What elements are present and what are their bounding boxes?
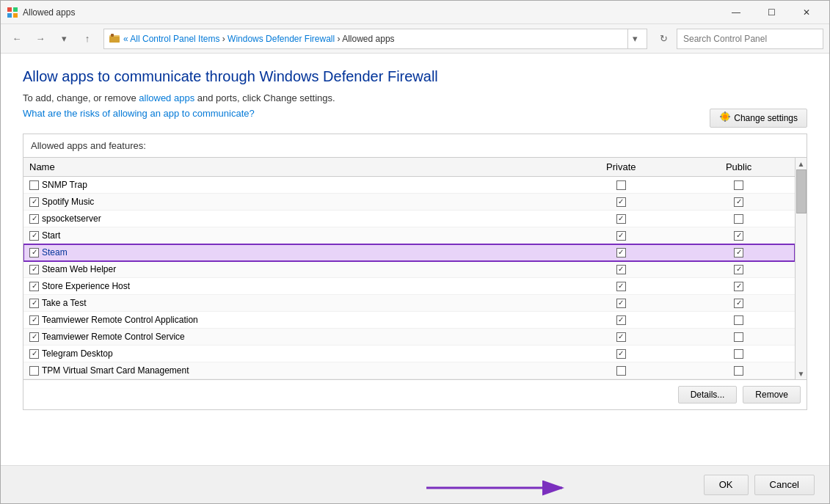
table-header-label: Allowed apps and features: bbox=[23, 134, 807, 158]
app-checkbox[interactable] bbox=[29, 282, 39, 291]
public-checkbox[interactable] bbox=[734, 265, 743, 274]
app-name: SNMP Trap bbox=[42, 180, 87, 190]
app-name: Steam bbox=[42, 247, 68, 258]
apps-table: Name Private Public SNMP TrapSpotify Mus… bbox=[23, 158, 795, 379]
public-checkbox[interactable] bbox=[734, 299, 743, 308]
public-checkbox[interactable] bbox=[734, 366, 743, 376]
app-checkbox[interactable] bbox=[29, 197, 39, 207]
breadcrumb-firewall[interactable]: Windows Defender Firewall bbox=[227, 34, 335, 44]
app-checkbox[interactable] bbox=[29, 180, 39, 190]
recent-button[interactable]: ▾ bbox=[54, 29, 74, 49]
breadcrumb-allowed-apps: Allowed apps bbox=[342, 34, 394, 44]
private-checkbox[interactable] bbox=[616, 366, 626, 376]
apps-table-container: Allowed apps and features: Name Private … bbox=[23, 134, 807, 410]
table-buttons: Details... Remove bbox=[23, 379, 807, 409]
up-button[interactable]: ↑ bbox=[77, 29, 98, 49]
col-public: Public bbox=[682, 158, 795, 177]
private-checkbox[interactable] bbox=[616, 349, 626, 359]
public-checkbox[interactable] bbox=[734, 231, 743, 241]
close-button[interactable]: ✕ bbox=[790, 1, 823, 24]
app-name: Spotify Music bbox=[42, 197, 94, 207]
address-icon bbox=[109, 33, 120, 45]
public-checkbox[interactable] bbox=[734, 214, 743, 224]
public-checkbox[interactable] bbox=[734, 282, 743, 291]
table-row[interactable]: Telegram Desktop bbox=[23, 346, 795, 362]
app-checkbox[interactable] bbox=[29, 349, 39, 359]
back-button[interactable]: ← bbox=[7, 29, 27, 49]
col-name: Name bbox=[23, 158, 559, 177]
private-checkbox[interactable] bbox=[616, 231, 626, 241]
public-checkbox[interactable] bbox=[734, 248, 743, 258]
app-name: Teamviewer Remote Control Application bbox=[42, 315, 198, 325]
private-checkbox[interactable] bbox=[616, 214, 626, 224]
svg-rect-0 bbox=[7, 7, 12, 12]
content-area: Allow apps to communicate through Window… bbox=[1, 54, 829, 465]
scrollbar-thumb[interactable] bbox=[796, 169, 807, 213]
public-checkbox[interactable] bbox=[734, 349, 743, 359]
change-settings-button[interactable]: Change settings bbox=[710, 109, 807, 128]
table-row[interactable]: Teamviewer Remote Control Service bbox=[23, 329, 795, 346]
remove-button[interactable]: Remove bbox=[743, 386, 801, 403]
change-settings-label: Change settings bbox=[734, 113, 798, 123]
allowed-apps-link[interactable]: allowed apps bbox=[139, 92, 194, 103]
maximize-button[interactable]: ☐ bbox=[754, 1, 788, 24]
app-checkbox[interactable] bbox=[29, 214, 39, 224]
app-name: Teamviewer Remote Control Service bbox=[42, 332, 185, 342]
search-input[interactable] bbox=[677, 29, 823, 49]
app-checkbox[interactable] bbox=[29, 248, 39, 258]
table-wrapper: Name Private Public SNMP TrapSpotify Mus… bbox=[23, 158, 807, 379]
risks-info-link[interactable]: What are the risks of allowing an app to… bbox=[23, 108, 255, 119]
public-checkbox[interactable] bbox=[734, 197, 743, 207]
app-checkbox[interactable] bbox=[29, 332, 39, 342]
public-checkbox[interactable] bbox=[734, 180, 743, 190]
app-checkbox[interactable] bbox=[29, 315, 39, 325]
table-row[interactable]: Take a Test bbox=[23, 295, 795, 312]
public-checkbox[interactable] bbox=[734, 332, 743, 342]
scrollbar[interactable]: ▲ ▼ bbox=[795, 158, 807, 379]
table-row[interactable]: Store Experience Host bbox=[23, 278, 795, 295]
table-row[interactable]: TPM Virtual Smart Card Management bbox=[23, 362, 795, 379]
private-checkbox[interactable] bbox=[616, 248, 626, 258]
app-checkbox[interactable] bbox=[29, 366, 39, 376]
app-checkbox[interactable] bbox=[29, 299, 39, 308]
col-private: Private bbox=[559, 158, 682, 177]
details-button[interactable]: Details... bbox=[678, 386, 738, 403]
app-name: Take a Test bbox=[42, 298, 86, 308]
svg-rect-5 bbox=[109, 37, 120, 43]
arrow-annotation bbox=[426, 475, 573, 501]
svg-rect-10 bbox=[724, 120, 726, 122]
app-name: spsocketserver bbox=[42, 213, 101, 224]
subtitle: To add, change, or remove allowed apps a… bbox=[23, 92, 807, 103]
app-name: Telegram Desktop bbox=[42, 348, 113, 359]
cancel-button[interactable]: Cancel bbox=[754, 475, 815, 495]
table-row[interactable]: Start bbox=[23, 227, 795, 244]
private-checkbox[interactable] bbox=[616, 315, 626, 325]
private-checkbox[interactable] bbox=[616, 332, 626, 342]
app-name: Steam Web Helper bbox=[42, 264, 116, 274]
private-checkbox[interactable] bbox=[616, 197, 626, 207]
table-row[interactable]: SNMP Trap bbox=[23, 177, 795, 194]
address-dropdown-button[interactable]: ▾ bbox=[627, 29, 642, 49]
table-row[interactable]: Steam Web Helper bbox=[23, 261, 795, 278]
ok-button[interactable]: OK bbox=[704, 475, 749, 495]
main-window: Allowed apps — ☐ ✕ ← → ▾ ↑ « All Control… bbox=[0, 0, 830, 504]
minimize-button[interactable]: — bbox=[719, 1, 753, 24]
private-checkbox[interactable] bbox=[616, 265, 626, 274]
table-row[interactable]: Spotify Music bbox=[23, 194, 795, 211]
breadcrumb-all-items[interactable]: « All Control Panel Items bbox=[123, 34, 219, 44]
forward-button[interactable]: → bbox=[30, 29, 51, 49]
refresh-button[interactable]: ↻ bbox=[653, 29, 674, 49]
app-checkbox[interactable] bbox=[29, 265, 39, 274]
svg-rect-11 bbox=[720, 116, 722, 117]
svg-rect-12 bbox=[728, 116, 730, 117]
table-row[interactable]: spsocketserver bbox=[23, 211, 795, 227]
table-row[interactable]: Teamviewer Remote Control Application bbox=[23, 312, 795, 329]
table-scroll-area: Name Private Public SNMP TrapSpotify Mus… bbox=[23, 158, 795, 379]
private-checkbox[interactable] bbox=[616, 180, 626, 190]
table-row[interactable]: Steam bbox=[23, 244, 795, 261]
app-name: TPM Virtual Smart Card Management bbox=[42, 365, 189, 376]
public-checkbox[interactable] bbox=[734, 315, 743, 325]
app-checkbox[interactable] bbox=[29, 231, 39, 241]
private-checkbox[interactable] bbox=[616, 282, 626, 291]
private-checkbox[interactable] bbox=[616, 299, 626, 308]
